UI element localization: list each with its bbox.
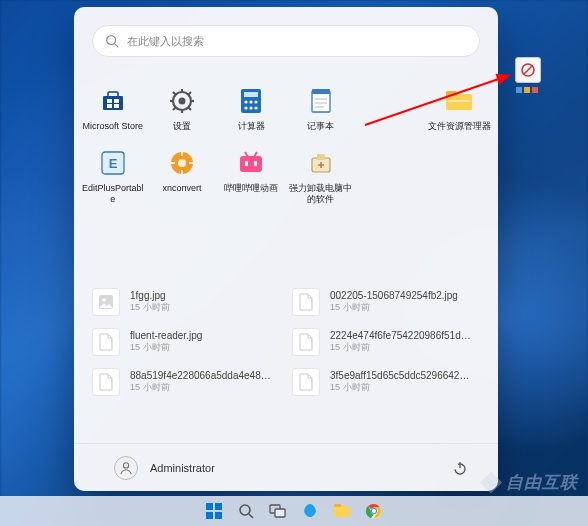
svg-point-30: [255, 106, 258, 109]
svg-point-63: [240, 505, 250, 515]
file-icon: [292, 288, 320, 316]
svg-rect-60: [215, 503, 222, 510]
svg-rect-61: [206, 512, 213, 519]
bilibili-icon: [237, 149, 265, 177]
svg-rect-3: [524, 87, 530, 93]
svg-rect-68: [334, 504, 341, 507]
pinned-app-label: EditPlusPortable: [81, 183, 145, 206]
svg-line-20: [188, 107, 191, 110]
taskbar-chrome[interactable]: [361, 499, 387, 523]
svg-point-27: [255, 100, 258, 103]
pinned-app-label: 计算器: [238, 121, 265, 133]
svg-line-1: [524, 66, 532, 74]
recommended-name: 2224e474f6fe754220986f51d22eaa...: [330, 330, 472, 341]
search-icon: [105, 34, 119, 48]
recommended-name: 88a519f4e228066a5dda4e4868c4fe...: [130, 370, 272, 381]
svg-point-25: [245, 100, 248, 103]
taskbar-explorer[interactable]: [329, 499, 355, 523]
pinned-app-6[interactable]: EEditPlusPortable: [78, 147, 147, 208]
explorer-icon: [445, 87, 473, 115]
settings-icon: [168, 87, 196, 115]
taskbar: [0, 496, 588, 526]
pinned-app-label: 哔哩哔哩动画: [224, 183, 278, 195]
user-name: Administrator: [150, 462, 215, 474]
svg-rect-38: [448, 100, 470, 102]
recommended-item-0[interactable]: 1fgg.jpg15 小时前: [92, 288, 280, 316]
search-input[interactable]: [127, 35, 467, 47]
svg-rect-4: [532, 87, 538, 93]
file-icon: [92, 368, 120, 396]
recommended-time: 15 小时前: [330, 341, 472, 354]
pinned-app-9[interactable]: 强力卸载电脑中的软件: [286, 147, 355, 208]
recommended-item-5[interactable]: 3f5e9aff15d65c5ddc5296642edd67...15 小时前: [292, 368, 480, 396]
pinned-app-2[interactable]: 计算器: [217, 85, 286, 135]
svg-rect-32: [312, 89, 330, 94]
start-footer: Administrator: [74, 443, 498, 491]
notepad-icon: [307, 87, 335, 115]
svg-rect-53: [317, 154, 325, 160]
recommended-item-2[interactable]: fluent-reader.jpg15 小时前: [92, 328, 280, 356]
recommended-name: 1fgg.jpg: [130, 290, 170, 301]
person-icon: [119, 461, 133, 475]
power-button[interactable]: [446, 454, 474, 482]
recommended-time: 15 小时前: [130, 341, 202, 354]
svg-rect-51: [254, 161, 257, 166]
svg-line-21: [173, 107, 176, 110]
pinned-app-7[interactable]: xnconvert: [147, 147, 216, 208]
svg-rect-12: [114, 104, 119, 108]
file-icon: [92, 288, 120, 316]
svg-rect-31: [312, 91, 330, 112]
svg-rect-8: [108, 92, 118, 97]
avatar: [114, 456, 138, 480]
svg-point-55: [102, 298, 106, 302]
pinned-app-label: 强力卸载电脑中的软件: [289, 183, 353, 206]
recommended-list: 1fgg.jpg15 小时前002205-15068749254fb2.jpg1…: [92, 288, 480, 396]
recommended-name: 002205-15068749254fb2.jpg: [330, 290, 458, 301]
svg-rect-66: [275, 509, 285, 517]
file-icon: [92, 328, 120, 356]
recommended-item-4[interactable]: 88a519f4e228066a5dda4e4868c4fe...15 小时前: [92, 368, 280, 396]
svg-line-64: [249, 514, 253, 518]
pinned-app-label: Microsoft Store: [82, 121, 143, 133]
pinned-app-8[interactable]: 哔哩哔哩动画: [217, 147, 286, 208]
desktop-shortcut[interactable]: [515, 57, 541, 95]
svg-rect-11: [107, 104, 112, 108]
blank-icon: [376, 87, 404, 115]
pinned-app-3[interactable]: 记事本: [286, 85, 355, 135]
pinned-app-1[interactable]: 设置: [147, 85, 216, 135]
user-account[interactable]: Administrator: [114, 456, 215, 480]
svg-rect-59: [206, 503, 213, 510]
blocked-icon: [515, 57, 541, 83]
svg-rect-47: [240, 156, 262, 172]
recommended-item-1[interactable]: 002205-15068749254fb2.jpg15 小时前: [292, 288, 480, 316]
pinned-app-label: 记事本: [307, 121, 334, 133]
uninstaller-icon: [307, 149, 335, 177]
svg-point-29: [250, 106, 253, 109]
svg-point-14: [178, 98, 185, 105]
taskbar-taskview-button[interactable]: [265, 499, 291, 523]
svg-rect-9: [107, 99, 112, 103]
taskbar-app-0[interactable]: [297, 499, 323, 523]
pinned-app-5[interactable]: 文件资源管理器: [425, 85, 494, 135]
svg-point-42: [178, 159, 186, 167]
recommended-time: 15 小时前: [130, 381, 272, 394]
recommended-name: 3f5e9aff15d65c5ddc5296642edd67...: [330, 370, 472, 381]
recommended-time: 15 小时前: [130, 301, 170, 314]
pinned-apps: Microsoft Store设置计算器记事本文件资源管理器EEditPlusP…: [74, 67, 498, 216]
taskbar-start-button[interactable]: [201, 499, 227, 523]
svg-rect-37: [446, 91, 457, 96]
svg-point-26: [250, 100, 253, 103]
svg-point-71: [372, 509, 376, 513]
search-box[interactable]: [92, 25, 480, 57]
recommended-item-3[interactable]: 2224e474f6fe754220986f51d22eaa...15 小时前: [292, 328, 480, 356]
xnconvert-icon: [168, 149, 196, 177]
start-menu: Microsoft Store设置计算器记事本文件资源管理器EEditPlusP…: [74, 7, 498, 491]
pinned-app-0[interactable]: Microsoft Store: [78, 85, 147, 135]
svg-rect-2: [516, 87, 522, 93]
svg-line-6: [115, 44, 119, 48]
shortcut-extra-icon: [516, 85, 540, 95]
power-icon: [452, 460, 468, 476]
taskbar-search-button[interactable]: [233, 499, 259, 523]
pinned-app-label: 设置: [173, 121, 191, 133]
svg-rect-62: [215, 512, 222, 519]
